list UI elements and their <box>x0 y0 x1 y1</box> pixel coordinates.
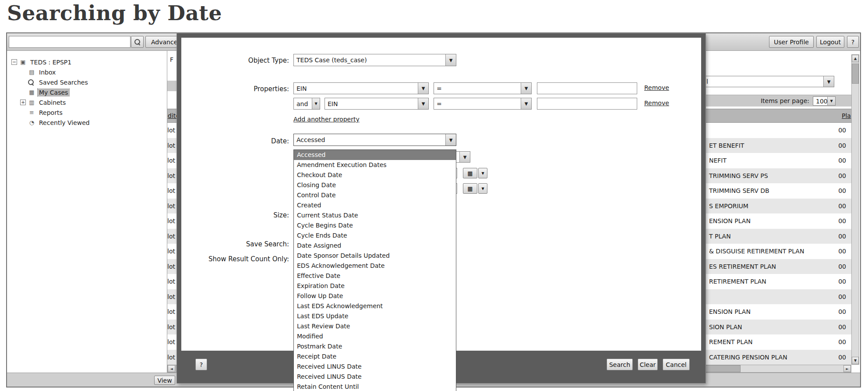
table-row[interactable]: CATERING PENSION PLAN 00 <box>706 350 851 365</box>
date-field-dropdown[interactable]: Accessed ▼ <box>293 134 456 146</box>
table-row-fragment[interactable]: lot e <box>167 244 177 259</box>
date-option[interactable]: Effective Date <box>294 271 456 281</box>
date-option[interactable]: Date Assigned <box>294 241 456 251</box>
dropdown-arrow-button[interactable]: ▼ <box>521 83 531 94</box>
table-row-fragment[interactable]: lot e <box>167 289 177 305</box>
dropdown-arrow-button[interactable]: ▼ <box>521 98 531 109</box>
date-option[interactable]: Expiration Date <box>294 281 456 291</box>
table-row-fragment[interactable]: lot e <box>167 304 177 320</box>
dropdown-arrow-button[interactable]: ▼ <box>445 134 456 146</box>
tree-item[interactable]: + ▥ Cabinets <box>20 97 167 107</box>
table-row-fragment[interactable]: lot e <box>167 183 177 199</box>
dropdown-arrow-button[interactable]: ▼ <box>445 54 456 66</box>
search-input[interactable] <box>9 36 131 48</box>
table-row[interactable]: REMENT PLAN 00 <box>706 334 851 350</box>
date-option[interactable]: Received LINUS Date <box>294 372 456 382</box>
property-field-dropdown[interactable]: EIN ▼ <box>325 98 429 110</box>
dropdown-arrow-button[interactable]: ▼ <box>827 97 835 105</box>
dropdown-arrow-button[interactable]: ▼ <box>418 98 428 109</box>
table-row[interactable]: ENSION PLAN 00 <box>706 213 851 229</box>
table-row-fragment[interactable]: lot e <box>167 213 177 229</box>
dropdown-arrow-button[interactable]: ▼ <box>418 83 428 94</box>
date-option[interactable]: Accessed <box>294 150 456 160</box>
table-row-fragment[interactable]: lot e <box>167 229 177 244</box>
date-option[interactable]: EDS Acknowledgement Date <box>294 261 456 271</box>
conjunction-dropdown[interactable]: and ▼ <box>293 98 320 110</box>
object-type-dropdown[interactable]: TEDS Case (teds_case) ▼ <box>293 54 456 66</box>
date-option[interactable]: Last EDS Acknowledgement <box>294 301 456 311</box>
property-field-dropdown[interactable]: EIN ▼ <box>293 82 429 94</box>
date-option[interactable]: Amendment Execution Dates <box>294 160 456 170</box>
tree-item[interactable]: ▦ My Cases <box>20 87 167 97</box>
tree-item[interactable]: Saved Searches <box>20 77 167 87</box>
table-row-fragment[interactable]: lot e <box>167 259 177 274</box>
scroll-up-button[interactable]: ▲ <box>852 55 859 62</box>
vertical-scrollbar[interactable]: ▲ ▼ <box>851 54 859 365</box>
search-button[interactable] <box>131 36 144 48</box>
items-per-page-dropdown[interactable]: 100 ▼ <box>813 96 836 106</box>
date-option[interactable]: Checkout Date <box>294 170 456 180</box>
date-option[interactable]: Postmark Date <box>294 341 456 352</box>
date-option[interactable]: Last EDS Update <box>294 311 456 321</box>
collapse-icon[interactable]: − <box>11 59 17 65</box>
table-row-fragment[interactable]: lot e <box>167 153 177 168</box>
view-button[interactable]: View <box>154 376 175 385</box>
date-option[interactable]: Created <box>294 200 456 210</box>
date-option[interactable]: Receipt Date <box>294 352 456 362</box>
property-value-input[interactable] <box>537 82 637 94</box>
date-to-calendar-button[interactable]: ▦ <box>463 183 477 194</box>
property-operator-dropdown[interactable]: = ▼ <box>434 98 532 110</box>
date-option[interactable]: Modified <box>294 331 456 341</box>
expand-icon[interactable]: + <box>20 100 26 105</box>
dropdown-arrow-button[interactable]: ▼ <box>823 76 834 87</box>
dialog-search-button[interactable]: Search <box>607 359 633 370</box>
tree-item[interactable]: ▤ Inbox <box>20 67 167 77</box>
user-profile-button[interactable]: User Profile <box>769 36 814 48</box>
vertical-scrollbar-thumb[interactable] <box>852 64 859 84</box>
table-row-fragment[interactable]: lot e <box>167 138 177 153</box>
dialog-clear-button[interactable]: Clear <box>638 359 658 370</box>
table-row[interactable]: T PLAN 00 <box>706 229 851 244</box>
table-row-fragment[interactable]: lot e <box>167 168 177 184</box>
dropdown-arrow-button[interactable]: ▼ <box>459 152 470 162</box>
table-row[interactable]: ENSION PLAN 00 <box>706 304 851 320</box>
table-row[interactable]: NEFIT 00 <box>706 153 851 168</box>
date-from-calendar-button[interactable]: ▦ <box>463 168 477 178</box>
table-row[interactable]: S EMPORIUM 00 <box>706 199 851 214</box>
scroll-left-button[interactable]: ◄ <box>168 365 175 372</box>
date-option[interactable]: Closing Date <box>294 180 456 190</box>
remove-property-link[interactable]: Remove <box>644 84 669 91</box>
table-row[interactable]: RETIREMENT PLAN 00 <box>706 274 851 289</box>
help-button[interactable]: ? <box>847 36 859 48</box>
table-row-fragment[interactable]: lot e <box>167 123 177 138</box>
date-option[interactable]: Control Date <box>294 190 456 200</box>
tree-item[interactable]: ◔ Recently Viewed <box>20 117 167 128</box>
dropdown-arrow-button[interactable]: ▼ <box>312 98 320 109</box>
table-row[interactable]: 00 <box>706 289 851 305</box>
property-value-input[interactable] <box>537 98 637 110</box>
scroll-right-button[interactable]: ► <box>843 365 851 372</box>
table-row-fragment[interactable]: lot e <box>167 199 177 214</box>
table-row[interactable]: ET BENEFIT 00 <box>706 138 851 153</box>
date-option[interactable]: Last Review Date <box>294 321 456 331</box>
table-row-fragment[interactable]: lot e <box>167 274 177 289</box>
scroll-down-button[interactable]: ▼ <box>852 357 859 364</box>
table-row[interactable]: ES RETIREMENT PLAN 00 <box>706 259 851 274</box>
date-option[interactable]: Retain Content Until <box>294 382 456 391</box>
date-option[interactable]: Current Status Date <box>294 210 456 220</box>
tree-item[interactable]: ≡ Reports <box>20 107 167 117</box>
date-option[interactable]: Date Sponsor Details Updated <box>294 251 456 261</box>
calendar-dropdown-button[interactable]: ▼ <box>478 168 487 178</box>
date-option[interactable]: Cycle Begins Date <box>294 220 456 231</box>
table-row-fragment[interactable]: lot e <box>167 320 177 335</box>
logout-button[interactable]: Logout <box>816 36 844 48</box>
table-row-fragment[interactable]: lot e <box>167 350 177 365</box>
date-option[interactable]: Follow Up Date <box>294 291 456 301</box>
add-property-link[interactable]: Add another property <box>293 116 360 123</box>
table-row[interactable]: SION PLAN 00 <box>706 320 851 335</box>
calendar-dropdown-button[interactable]: ▼ <box>478 183 487 194</box>
date-option[interactable]: Received LINUS Date <box>294 362 456 372</box>
dialog-help-button[interactable]: ? <box>195 359 207 370</box>
column-header-plan[interactable]: Pla <box>842 112 851 119</box>
table-row[interactable]: & DISGUISE RETIREMENT PLAN 00 <box>706 244 851 259</box>
